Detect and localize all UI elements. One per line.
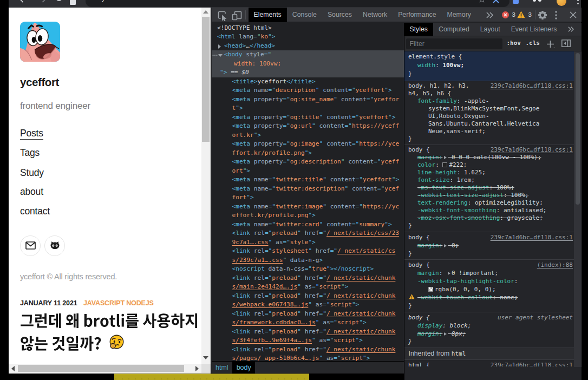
styles-scrollbar-thumb[interactable] [576,53,580,205]
translate-icon[interactable] [493,0,499,3]
nav-link-tags[interactable]: Tags [20,147,40,159]
scroll-up-icon[interactable] [203,10,208,14]
color-swatch[interactable] [442,162,447,167]
css-line[interactable]: body {239c7a1d6bc…df118.css:1 [404,233,574,241]
css-line[interactable]: system,BlinkMacSystemFont,Segoe [404,105,574,113]
css-line[interactable]: body {239c7a1d6bc…df118.css:1 [404,146,574,154]
sidebar-tab-styles[interactable]: Styles [404,23,434,36]
post-title-line1[interactable] [20,311,202,330]
scroll-down-icon[interactable] [203,356,208,359]
dom-tree-line[interactable]: <link rel="preload" href="/_next/static/… [212,229,404,238]
nav-link-study[interactable]: Study [20,167,44,179]
devtools-tab-elements[interactable]: Elements [249,8,287,22]
dom-tree-line[interactable]: <meta property="og:url" content="https:/… [212,122,404,131]
css-line[interactable]: Neue,sans-serif; [404,128,574,135]
dom-tree-line[interactable]: <meta name="twitter:description" content… [212,185,404,194]
document-icon[interactable] [69,0,77,7]
dom-tree-line[interactable]: effort.kr/profile.png"> [212,211,404,220]
forward-icon[interactable] [38,0,48,5]
nav-link-about[interactable]: about [20,186,43,198]
devtools-menu-icon[interactable] [555,11,557,19]
scroll-left-icon[interactable] [11,366,15,371]
color-swatch-transparent[interactable] [428,287,433,292]
dom-tree-line[interactable]: t"> [212,104,404,113]
dom-tree-line[interactable]: <noscript data-n-css="true"></noscript> [212,265,404,274]
post-title-line2[interactable] [20,334,107,352]
nav-link-contact[interactable]: contact [20,206,50,217]
nav-link-posts[interactable]: Posts [20,128,43,139]
sidebar-more-tabs-icon[interactable] [567,27,574,32]
css-line[interactable]: UI,Roboto,Oxygen- [404,113,574,120]
chrome-menu-icon[interactable] [577,0,579,1]
css-line[interactable]: } [404,135,574,143]
dom-tree-line[interactable]: width: 100vw; [212,60,404,69]
css-line[interactable]: width: 100vw; [404,61,574,70]
breadcrumb-body[interactable]: body [232,362,255,374]
css-line[interactable]: margin: 8px; [404,330,574,338]
more-tabs-icon[interactable] [486,12,493,18]
sidebar-tab-computed[interactable]: Computed [433,23,475,36]
scroll-right-icon[interactable] [195,366,199,371]
mail-button[interactable] [20,235,41,256]
css-line[interactable]: -moz-osx-font-smoothing: grayscale; [404,214,574,222]
dom-tree-line[interactable]: s/pages/_app-510b6c4….js" as="script"> [212,354,404,361]
dom-tree-line[interactable]: <meta property="og:title" content="yceff… [212,113,404,122]
css-line[interactable]: body {(index):88 [404,261,574,269]
css-line[interactable]: font-family: -apple- [404,97,574,105]
dom-tree-line[interactable]: s/239c7a1….css" data-n-g> [212,256,404,265]
shorthand-expand-icon[interactable] [444,332,447,336]
css-line[interactable]: color: #222; [404,161,574,169]
dom-tree-line[interactable]: ort"> [212,167,404,176]
dom-tree-line[interactable]: ort.kr"> [212,131,404,140]
expand-arrow-down-icon[interactable] [218,54,223,57]
error-badge-icon[interactable] [502,11,509,18]
styles-scrollbar[interactable] [574,51,582,367]
dom-tree-line[interactable]: s/webpack-e067438….js" as="script"> [212,300,404,310]
page-vscrollbar-thumb[interactable] [202,17,210,142]
css-line[interactable]: } [404,250,574,258]
stylesheet-link[interactable]: 239c7a1d6bc…df118.css:1 [491,146,573,154]
css-line[interactable]: } [404,70,574,78]
devtools-tab-console[interactable]: Console [287,8,322,22]
css-line[interactable]: margin: 0 !important; [404,269,574,277]
dom-tree-line[interactable]: <meta property="og:description" content=… [212,158,404,167]
stylesheet-link[interactable]: 239c7a1d6bc…df118.css:1 [491,361,573,366]
extension-icon[interactable] [513,0,519,4]
dom-tree-line[interactable]: <link rel="preload" href="/_next/static/… [212,292,404,301]
stylesheet-link[interactable]: 239c7a1d6bc…df118.css:1 [491,233,573,241]
css-line[interactable]: -webkit-touch-callout: none; [404,293,574,302]
devtools-tab-network[interactable]: Network [357,8,393,22]
dom-tree-line[interactable]: <link rel="stylesheet" href="/_next/stat… [212,247,404,256]
dom-tree-line[interactable]: <link rel="preload" href="/_next/static/… [212,274,404,283]
post-tags[interactable]: JAVASCRIPT NODEJS [83,299,154,307]
css-line[interactable]: margin: 0 0 0 calc(100vw - 100%); [404,154,574,161]
dom-tree-line[interactable]: ffort.kr/profile.png"> [212,149,404,158]
shorthand-expand-icon[interactable] [444,156,447,159]
stylesheet-link[interactable]: 239c7a1d6bc…df118.css:1 [491,82,573,90]
dom-tree-line[interactable]: fort"> [212,193,404,202]
expand-arrow-right-icon[interactable] [218,44,221,49]
css-line[interactable]: margin: 0; [404,241,574,250]
css-line[interactable]: text-rendering: optimizeLegibility; [404,199,574,207]
dom-tree-line[interactable]: s/framework.cdbdac0….js" as="script"> [212,318,404,327]
dom-tree-line[interactable]: <link rel="preload" href="/_next/static/… [212,327,404,337]
css-line[interactable]: display: block; [404,322,574,330]
dom-tree-line[interactable]: <body style=" [212,50,404,60]
new-style-rule-icon[interactable] [546,40,554,48]
shorthand-expand-icon[interactable] [448,272,450,275]
dom-tree-line[interactable]: 9c7a1….css" as="style"> [212,238,404,247]
dom-tree-line[interactable]: <html lang="ko"> [212,32,404,42]
dom-tree-line[interactable]: <link rel="preload" href="/_next/static/… [212,310,404,319]
css-line[interactable]: } [404,338,574,346]
sidebar-tab-layout[interactable]: Layout [475,23,506,36]
avatar[interactable] [20,22,60,62]
css-line[interactable]: Sans,Ubuntu,Cantarell,Helvetica [404,120,574,128]
dom-tree-line[interactable]: <head>…</head> [212,42,404,51]
devtools-tab-sources[interactable]: Sources [322,8,357,22]
dom-tree-line[interactable]: <meta name="description" content="yceffo… [212,86,404,95]
github-button[interactable] [44,235,65,256]
dom-tree-line[interactable]: <!DOCTYPE html> [212,24,404,33]
css-line[interactable]: } [404,222,574,230]
css-line[interactable]: body, h1, h2, h3,239c7a1d6bc…df118.css:1 [404,82,574,90]
settings-gear-icon[interactable] [538,10,547,20]
